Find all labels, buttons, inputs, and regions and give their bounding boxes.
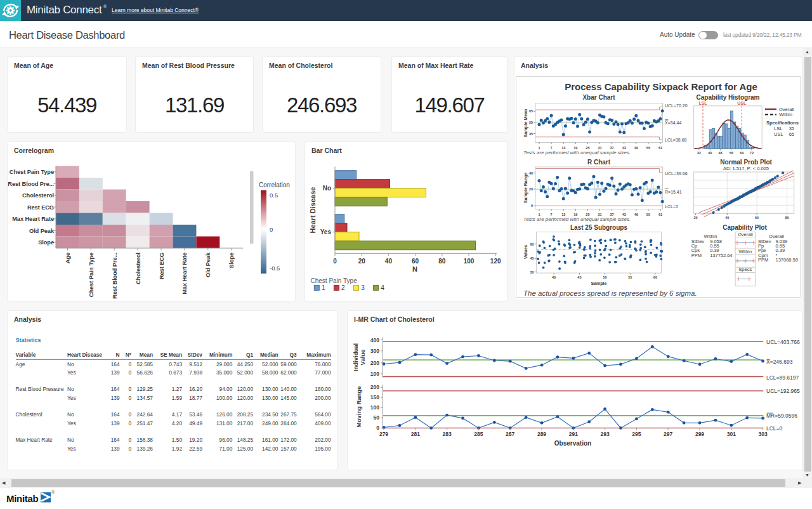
svg-text:61: 61 — [658, 146, 662, 150]
svg-text:Chest Pain Type: Chest Pain Type — [10, 169, 54, 175]
svg-text:50: 50 — [374, 414, 380, 421]
svg-text:UCL=403.766: UCL=403.766 — [766, 339, 800, 345]
svg-text:297: 297 — [664, 431, 672, 437]
svg-text:3: 3 — [361, 284, 365, 291]
svg-text:Slope: Slope — [38, 239, 54, 246]
svg-text:19: 19 — [573, 146, 577, 150]
svg-text:Last 25 Subgroups: Last 25 Subgroups — [570, 224, 627, 231]
svg-text:USL: USL — [774, 131, 783, 137]
svg-text:Sample Range: Sample Range — [523, 173, 528, 203]
svg-text:20: 20 — [358, 258, 366, 265]
svg-text:UCL=70.20: UCL=70.20 — [665, 103, 688, 108]
svg-text:281: 281 — [411, 431, 420, 437]
svg-text:Observation: Observation — [554, 440, 591, 447]
svg-text:303: 303 — [759, 431, 768, 437]
svg-text:60: 60 — [412, 258, 419, 265]
svg-text:Sample Mean: Sample Mean — [523, 109, 528, 138]
svg-text:37: 37 — [610, 146, 614, 150]
svg-text:Rest ECG: Rest ECG — [159, 253, 165, 279]
svg-text:72: 72 — [750, 151, 754, 155]
svg-text:LCL=38.68: LCL=38.68 — [665, 138, 687, 142]
svg-text:LSL: LSL — [774, 126, 782, 131]
svg-text:Process Capability Sixpack Rep: Process Capability Sixpack Report for Ag… — [565, 81, 757, 92]
svg-text:283: 283 — [443, 431, 452, 437]
svg-text:45: 45 — [577, 275, 581, 279]
svg-text:Cholesterol: Cholesterol — [22, 192, 54, 199]
svg-text:13: 13 — [561, 146, 565, 150]
svg-text:Capability Plot: Capability Plot — [723, 224, 767, 231]
svg-text:0: 0 — [333, 258, 337, 265]
svg-text:Age: Age — [65, 253, 71, 263]
svg-text:Sample: Sample — [591, 281, 607, 286]
svg-text:Old Peak: Old Peak — [205, 252, 211, 277]
svg-text:291: 291 — [569, 431, 578, 437]
svg-text:299: 299 — [695, 431, 704, 437]
svg-text:LCL=0: LCL=0 — [766, 425, 783, 432]
svg-text:50: 50 — [603, 275, 606, 279]
svg-text:55: 55 — [646, 146, 650, 150]
svg-text:Tests are performed with unequ: Tests are performed with unequal sample … — [523, 150, 631, 155]
svg-text:R Chart: R Chart — [587, 159, 611, 166]
svg-text:Overall: Overall — [738, 232, 753, 237]
svg-text:0: 0 — [531, 204, 533, 208]
svg-text:0: 0 — [376, 425, 379, 431]
svg-text:X=54.44: X=54.44 — [665, 121, 681, 125]
svg-text:0: 0 — [270, 226, 273, 233]
svg-text:N: N — [412, 265, 417, 273]
svg-text:Cholesterol: Cholesterol — [135, 253, 141, 284]
svg-text:60: 60 — [653, 275, 657, 279]
svg-text:Heart Disease: Heart Disease — [309, 187, 317, 234]
svg-text:25: 25 — [586, 146, 589, 150]
svg-text:Rest ECG: Rest ECG — [27, 204, 54, 211]
svg-text:Slope: Slope — [228, 253, 235, 268]
svg-text:293: 293 — [601, 431, 610, 437]
svg-text:Individual: Individual — [352, 343, 359, 371]
svg-text:Normal Prob Plot: Normal Prob Plot — [720, 159, 772, 166]
svg-text:80: 80 — [785, 216, 789, 220]
svg-text:X=246.693: X=246.693 — [766, 359, 793, 365]
svg-text:35: 35 — [789, 126, 794, 131]
svg-text:AD: 1.517, P: < 0.005: AD: 1.517, P: < 0.005 — [723, 166, 769, 171]
svg-text:Chest Pain Type: Chest Pain Type — [88, 253, 95, 297]
svg-text:40: 40 — [725, 216, 729, 220]
svg-text:45: 45 — [529, 132, 533, 136]
svg-text:Within: Within — [738, 249, 752, 255]
svg-text:80: 80 — [438, 258, 446, 265]
svg-text:40: 40 — [529, 171, 533, 175]
svg-text:55: 55 — [646, 213, 650, 216]
svg-text:45: 45 — [530, 256, 534, 260]
svg-text:60: 60 — [755, 216, 759, 220]
svg-text:65: 65 — [789, 131, 794, 137]
svg-text:400: 400 — [370, 337, 379, 343]
svg-text:300: 300 — [370, 348, 379, 354]
svg-text:Max Heart Rate: Max Heart Rate — [12, 216, 54, 222]
svg-text:100: 100 — [464, 258, 475, 265]
svg-text:49: 49 — [634, 146, 638, 150]
svg-text:LSL: LSL — [698, 101, 707, 105]
svg-text:56: 56 — [730, 151, 733, 155]
svg-text:Old Peak: Old Peak — [29, 228, 55, 234]
svg-text:100: 100 — [370, 371, 379, 377]
svg-text:1: 1 — [322, 284, 325, 291]
svg-text:100: 100 — [370, 404, 379, 411]
svg-text:49: 49 — [634, 213, 638, 216]
svg-text:0.5: 0.5 — [270, 192, 278, 199]
svg-text:Rest Blood Pre...: Rest Blood Pre... — [8, 181, 54, 187]
svg-text:MR=59.0596: MR=59.0596 — [766, 413, 797, 419]
svg-text:Values: Values — [523, 245, 528, 259]
svg-text:31: 31 — [598, 146, 601, 150]
svg-text:The actual process spread is r: The actual process spread is represented… — [523, 289, 697, 297]
svg-text:295: 295 — [632, 431, 641, 437]
svg-text:61: 61 — [658, 213, 662, 216]
svg-text:40: 40 — [708, 151, 712, 155]
svg-text:PPM: PPM — [691, 253, 702, 258]
svg-text:Max Heart Rate: Max Heart Rate — [181, 253, 188, 294]
svg-text:40: 40 — [385, 258, 393, 265]
svg-text:137068.58: 137068.58 — [776, 257, 798, 263]
svg-text:48: 48 — [719, 151, 723, 155]
svg-text:Within: Within — [779, 112, 792, 117]
svg-text:2: 2 — [341, 284, 345, 291]
svg-text:301: 301 — [727, 431, 736, 437]
svg-text:Value: Value — [359, 350, 366, 366]
svg-text:40: 40 — [552, 275, 556, 279]
